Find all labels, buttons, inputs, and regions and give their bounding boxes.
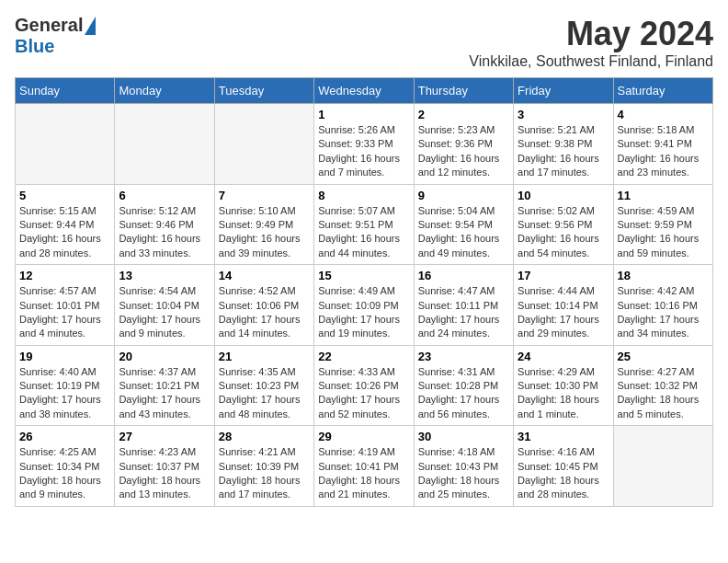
calendar-cell: 10Sunrise: 5:02 AMSunset: 9:56 PMDayligh…	[514, 184, 613, 265]
day-number: 5	[19, 189, 110, 202]
calendar-cell: 6Sunrise: 5:12 AMSunset: 9:46 PMDaylight…	[115, 184, 214, 265]
day-info: Sunrise: 4:49 AMSunset: 10:09 PMDaylight…	[318, 284, 409, 341]
logo-general-text: General	[15, 15, 83, 36]
calendar-cell: 21Sunrise: 4:35 AMSunset: 10:23 PMDaylig…	[214, 345, 313, 426]
day-number: 16	[418, 269, 509, 282]
calendar-cell: 27Sunrise: 4:23 AMSunset: 10:37 PMDaylig…	[115, 426, 214, 507]
logo-blue-text: Blue	[15, 36, 54, 57]
calendar-cell: 28Sunrise: 4:21 AMSunset: 10:39 PMDaylig…	[214, 426, 313, 507]
day-info: Sunrise: 5:23 AMSunset: 9:36 PMDaylight:…	[418, 123, 509, 180]
calendar-cell	[214, 104, 313, 185]
day-number: 28	[219, 430, 310, 443]
day-info: Sunrise: 4:59 AMSunset: 9:59 PMDaylight:…	[618, 204, 709, 261]
day-info: Sunrise: 4:18 AMSunset: 10:43 PMDaylight…	[418, 445, 509, 502]
calendar-cell: 30Sunrise: 4:18 AMSunset: 10:43 PMDaylig…	[414, 426, 513, 507]
calendar-cell	[16, 104, 115, 185]
week-row-1: 1Sunrise: 5:26 AMSunset: 9:33 PMDaylight…	[16, 104, 713, 185]
day-info: Sunrise: 4:19 AMSunset: 10:41 PMDaylight…	[318, 445, 409, 502]
weekday-header-tuesday: Tuesday	[214, 78, 313, 104]
calendar-cell	[613, 426, 712, 507]
day-number: 19	[19, 350, 110, 363]
day-info: Sunrise: 4:37 AMSunset: 10:21 PMDaylight…	[119, 365, 210, 422]
calendar-cell: 26Sunrise: 4:25 AMSunset: 10:34 PMDaylig…	[16, 426, 115, 507]
weekday-header-monday: Monday	[115, 78, 214, 104]
day-info: Sunrise: 4:57 AMSunset: 10:01 PMDaylight…	[19, 284, 110, 341]
day-info: Sunrise: 4:16 AMSunset: 10:45 PMDaylight…	[518, 445, 609, 502]
calendar-cell: 11Sunrise: 4:59 AMSunset: 9:59 PMDayligh…	[613, 184, 712, 265]
day-number: 31	[518, 430, 609, 443]
page-header: General Blue May 2024 Vinkkilae, Southwe…	[15, 15, 713, 70]
day-info: Sunrise: 4:54 AMSunset: 10:04 PMDaylight…	[119, 284, 210, 341]
week-row-4: 19Sunrise: 4:40 AMSunset: 10:19 PMDaylig…	[16, 345, 713, 426]
day-info: Sunrise: 5:21 AMSunset: 9:38 PMDaylight:…	[518, 123, 609, 180]
day-number: 4	[618, 108, 709, 121]
day-number: 10	[518, 189, 609, 202]
day-info: Sunrise: 5:18 AMSunset: 9:41 PMDaylight:…	[618, 123, 709, 180]
calendar-cell: 9Sunrise: 5:04 AMSunset: 9:54 PMDaylight…	[414, 184, 513, 265]
day-number: 3	[518, 108, 609, 121]
day-info: Sunrise: 4:33 AMSunset: 10:26 PMDaylight…	[318, 365, 409, 422]
day-number: 13	[119, 269, 210, 282]
day-number: 22	[318, 350, 409, 363]
calendar-cell: 17Sunrise: 4:44 AMSunset: 10:14 PMDaylig…	[514, 265, 613, 346]
calendar-cell: 14Sunrise: 4:52 AMSunset: 10:06 PMDaylig…	[214, 265, 313, 346]
day-number: 20	[119, 350, 210, 363]
calendar-cell: 19Sunrise: 4:40 AMSunset: 10:19 PMDaylig…	[16, 345, 115, 426]
day-number: 27	[119, 430, 210, 443]
calendar-cell: 5Sunrise: 5:15 AMSunset: 9:44 PMDaylight…	[16, 184, 115, 265]
calendar-cell: 22Sunrise: 4:33 AMSunset: 10:26 PMDaylig…	[314, 345, 414, 426]
day-number: 29	[318, 430, 409, 443]
logo: General Blue	[15, 15, 96, 57]
day-info: Sunrise: 5:10 AMSunset: 9:49 PMDaylight:…	[219, 204, 310, 261]
day-number: 14	[219, 269, 310, 282]
weekday-header-row: SundayMondayTuesdayWednesdayThursdayFrid…	[16, 78, 713, 104]
calendar-cell: 13Sunrise: 4:54 AMSunset: 10:04 PMDaylig…	[115, 265, 214, 346]
calendar-cell: 20Sunrise: 4:37 AMSunset: 10:21 PMDaylig…	[115, 345, 214, 426]
calendar-cell: 1Sunrise: 5:26 AMSunset: 9:33 PMDaylight…	[314, 104, 414, 185]
day-number: 21	[219, 350, 310, 363]
day-info: Sunrise: 4:44 AMSunset: 10:14 PMDaylight…	[518, 284, 609, 341]
calendar-cell: 31Sunrise: 4:16 AMSunset: 10:45 PMDaylig…	[514, 426, 613, 507]
calendar-cell: 4Sunrise: 5:18 AMSunset: 9:41 PMDaylight…	[613, 104, 712, 185]
calendar-cell: 18Sunrise: 4:42 AMSunset: 10:16 PMDaylig…	[613, 265, 712, 346]
day-number: 1	[318, 108, 409, 121]
calendar-cell	[115, 104, 214, 185]
day-number: 24	[518, 350, 609, 363]
calendar-cell: 7Sunrise: 5:10 AMSunset: 9:49 PMDaylight…	[214, 184, 313, 265]
location-subtitle: Vinkkilae, Southwest Finland, Finland	[469, 53, 713, 70]
day-number: 17	[518, 269, 609, 282]
day-number: 18	[618, 269, 709, 282]
calendar-cell: 29Sunrise: 4:19 AMSunset: 10:41 PMDaylig…	[314, 426, 414, 507]
weekday-header-thursday: Thursday	[414, 78, 513, 104]
calendar-cell: 23Sunrise: 4:31 AMSunset: 10:28 PMDaylig…	[414, 345, 513, 426]
day-info: Sunrise: 4:23 AMSunset: 10:37 PMDaylight…	[119, 445, 210, 502]
day-info: Sunrise: 5:04 AMSunset: 9:54 PMDaylight:…	[418, 204, 509, 261]
day-info: Sunrise: 4:47 AMSunset: 10:11 PMDaylight…	[418, 284, 509, 341]
day-number: 26	[19, 430, 110, 443]
calendar-cell: 24Sunrise: 4:29 AMSunset: 10:30 PMDaylig…	[514, 345, 613, 426]
day-number: 6	[119, 189, 210, 202]
day-info: Sunrise: 4:25 AMSunset: 10:34 PMDaylight…	[19, 445, 110, 502]
weekday-header-wednesday: Wednesday	[314, 78, 414, 104]
day-info: Sunrise: 5:12 AMSunset: 9:46 PMDaylight:…	[119, 204, 210, 261]
day-info: Sunrise: 4:31 AMSunset: 10:28 PMDaylight…	[418, 365, 509, 422]
day-number: 8	[318, 189, 409, 202]
week-row-2: 5Sunrise: 5:15 AMSunset: 9:44 PMDaylight…	[16, 184, 713, 265]
calendar-cell: 2Sunrise: 5:23 AMSunset: 9:36 PMDaylight…	[414, 104, 513, 185]
day-number: 23	[418, 350, 509, 363]
month-year-title: May 2024	[469, 15, 713, 53]
day-number: 30	[418, 430, 509, 443]
weekday-header-friday: Friday	[514, 78, 613, 104]
week-row-3: 12Sunrise: 4:57 AMSunset: 10:01 PMDaylig…	[16, 265, 713, 346]
calendar-cell: 16Sunrise: 4:47 AMSunset: 10:11 PMDaylig…	[414, 265, 513, 346]
day-number: 9	[418, 189, 509, 202]
day-number: 7	[219, 189, 310, 202]
calendar-cell: 3Sunrise: 5:21 AMSunset: 9:38 PMDaylight…	[514, 104, 613, 185]
calendar-cell: 25Sunrise: 4:27 AMSunset: 10:32 PMDaylig…	[613, 345, 712, 426]
calendar-cell: 8Sunrise: 5:07 AMSunset: 9:51 PMDaylight…	[314, 184, 414, 265]
day-info: Sunrise: 5:07 AMSunset: 9:51 PMDaylight:…	[318, 204, 409, 261]
weekday-header-saturday: Saturday	[613, 78, 712, 104]
title-block: May 2024 Vinkkilae, Southwest Finland, F…	[469, 15, 713, 70]
logo-triangle-icon	[85, 17, 96, 35]
calendar-table: SundayMondayTuesdayWednesdayThursdayFrid…	[15, 77, 713, 507]
